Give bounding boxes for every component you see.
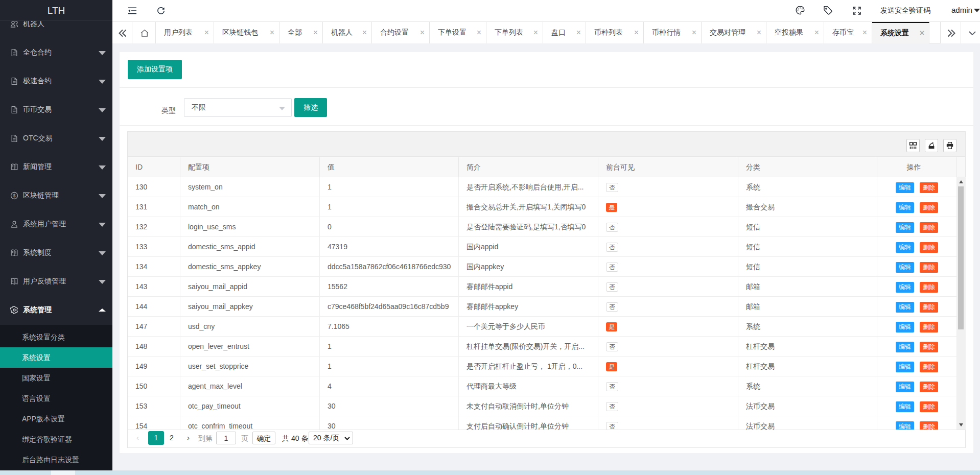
svg-text:$: $ (13, 193, 15, 198)
